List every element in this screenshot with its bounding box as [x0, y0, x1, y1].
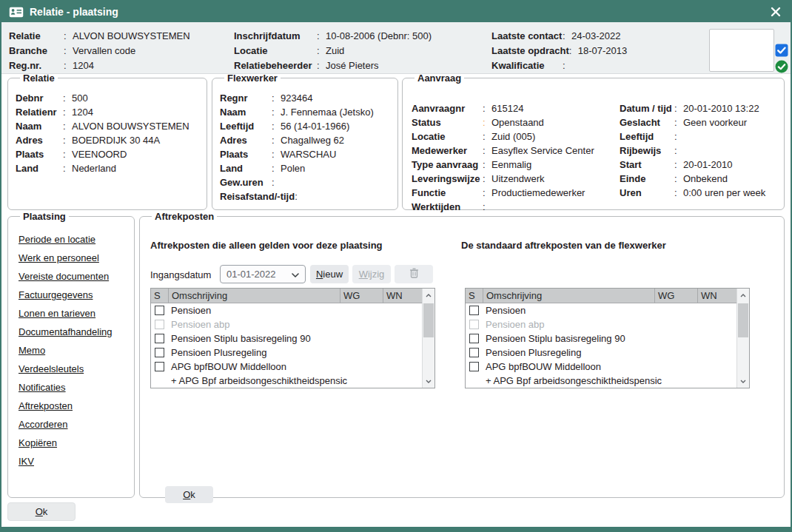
field-row: Leeftijd:: [620, 129, 765, 144]
field-row: Geslacht:Geen voorkeur: [620, 115, 765, 129]
field-row: Relatienr:1204: [16, 105, 201, 119]
scroll-down-icon[interactable]: [423, 375, 434, 387]
relatie-groupbox-title: Relatie: [20, 73, 58, 84]
field-row: Naam:J. Fennemaa (Jetsko): [220, 105, 392, 119]
sidebar-item-periode-en-locatie[interactable]: Periode en locatie: [19, 234, 95, 245]
row-checkbox[interactable]: [155, 362, 164, 371]
field-row: Gew.uren:: [220, 175, 392, 189]
field-row: Adres:BOEDRDIJK 30 44A: [16, 133, 201, 147]
field-row: Type aanvraag:Eenmalig: [412, 158, 594, 172]
table-header: S Omschrijving WG WN: [151, 289, 422, 303]
field-row: Naam:ALVON BOUWSYSTEMEN: [16, 119, 201, 133]
close-icon[interactable]: [770, 6, 782, 18]
aftrekposten-groupbox-title: Aftrekposten: [152, 211, 217, 222]
field-row: Rijbewijs:: [620, 144, 765, 158]
scrollbar-thumb[interactable]: [738, 303, 748, 337]
field-row: Reisafstand/-tijd:: [220, 189, 392, 203]
table-row[interactable]: Pensioen Plusregeling: [466, 346, 736, 360]
sidebar-item-documentafhandeling[interactable]: Documentafhandeling: [19, 326, 112, 337]
field-row: Plaats:VEENOORD: [16, 147, 201, 161]
default-deductions-title: De standaard aftrekposten van de flexwer…: [461, 240, 666, 251]
field-row: Datum / tijd:20-01-2010 13:22: [620, 101, 765, 115]
field-row: Debnr:500: [16, 91, 201, 105]
header-row: Laatste opdracht:18-07-2013: [491, 44, 627, 58]
sidebar-item-memo[interactable]: Memo: [19, 345, 45, 356]
table-row[interactable]: Pensioen abp: [151, 317, 422, 331]
header-row: Reg.nr.:1204: [9, 58, 190, 73]
table-row[interactable]: Pensioen Plusregeling: [151, 346, 422, 360]
row-checkbox[interactable]: [469, 348, 479, 357]
table-row[interactable]: Pensioen: [151, 303, 422, 317]
header-row: Kwalificatie:: [491, 58, 627, 73]
nieuw-button[interactable]: Nieuw: [310, 265, 349, 283]
aftrekposten-ok-button[interactable]: Ok: [165, 486, 213, 503]
dialog-ok-button[interactable]: Ok: [7, 502, 75, 521]
row-checkbox: [155, 320, 164, 329]
scroll-up-icon[interactable]: [423, 289, 434, 301]
field-row: Land:Nederland: [16, 161, 201, 175]
vertical-scrollbar[interactable]: [736, 289, 749, 388]
field-row: Regnr:923464: [220, 91, 392, 105]
row-checkbox: [469, 320, 479, 329]
contact-card-icon: [9, 7, 24, 18]
table-row[interactable]: Pensioen abp: [466, 317, 736, 331]
sidebar-item-kopieren[interactable]: Kopiëren: [19, 437, 57, 448]
table-row[interactable]: Pensioen Stiplu basisregeling 90: [151, 331, 422, 346]
field-row: Medewerker:Easyflex Service Center: [412, 144, 594, 158]
vertical-scrollbar[interactable]: [422, 289, 434, 388]
ingangsdatum-label: Ingangsdatum: [150, 269, 211, 280]
sidebar-item-accorderen[interactable]: Accorderen: [19, 419, 67, 430]
header-row: Laatste contact:24-03-2022: [491, 29, 627, 44]
aftrekposten-groupbox: Aftrekposten Aftrekposten die alleen gel…: [139, 211, 785, 498]
field-row: Locatie:Zuid (005): [412, 129, 594, 144]
sidebar-item-vereiste-documenten[interactable]: Vereiste documenten: [19, 271, 109, 282]
field-row: Functie:Productiemedewerker: [412, 186, 594, 200]
scroll-down-icon[interactable]: [737, 375, 749, 387]
header-row: Locatie:Zuid: [234, 44, 432, 58]
header-row: Relatiebeheerder:José Pieters: [234, 58, 432, 73]
ingangsdatum-select[interactable]: 01-01-2022: [220, 265, 306, 283]
window-bottom-strip: [1, 527, 791, 531]
sidebar-item-ikv[interactable]: IKV: [19, 456, 34, 467]
relation-summary-band: Relatie:ALVON BOUWSYSTEMEN Branche:Verva…: [1, 22, 791, 74]
table-row[interactable]: Pensioen Stiplu basisregeling 90: [466, 331, 736, 346]
field-row: Start:20-01-2010: [620, 158, 765, 172]
photo-placeholder: [709, 29, 774, 72]
sidebar-item-verdeelsleutels[interactable]: Verdeelsleutels: [19, 363, 84, 374]
plaatsing-groupbox-title: Plaatsing: [20, 211, 69, 222]
scrollbar-thumb[interactable]: [423, 303, 434, 337]
sidebar-item-lonen-en-tarieven[interactable]: Lonen en tarieven: [19, 308, 95, 319]
table-row[interactable]: APG bpfBOUW Middelloon: [151, 360, 422, 374]
table-header: S Omschrijving WG WN: [466, 289, 736, 303]
row-checkbox[interactable]: [155, 348, 164, 357]
green-check-icon[interactable]: [775, 60, 788, 73]
table-row[interactable]: Pensioen: [466, 303, 736, 317]
sidebar-item-werk-en-personeel[interactable]: Werk en personeel: [19, 252, 99, 263]
status-indicator: :: [483, 115, 491, 129]
sidebar-item-factuurgegevens[interactable]: Factuurgegevens: [19, 289, 93, 300]
wijzig-button[interactable]: Wijzig: [352, 265, 391, 283]
blue-checkbox-icon[interactable]: [775, 44, 788, 57]
aanvraag-groupbox: Aanvraag Aanvraagnr:615124 Status:Openst…: [402, 73, 785, 210]
flexwerker-groupbox-title: Flexwerker: [224, 73, 281, 84]
sidebar-item-notificaties[interactable]: Notificaties: [19, 382, 66, 393]
row-checkbox[interactable]: [469, 306, 479, 315]
relatie-plaatsing-window: Relatie - plaatsing Relatie:ALVON BOUWSY…: [0, 0, 792, 532]
sidebar-item-aftrekposten[interactable]: Aftrekposten: [19, 400, 73, 411]
scroll-up-icon[interactable]: [737, 289, 749, 301]
delete-button[interactable]: [395, 265, 433, 283]
table-row[interactable]: + APG Bpf arbeidsongeschiktheidspensic: [151, 374, 422, 388]
row-checkbox[interactable]: [469, 334, 479, 343]
header-row: Inschrijfdatum:10-08-2006 (Debnr: 500): [234, 29, 432, 44]
chevron-down-icon: [292, 269, 299, 280]
title-bar: Relatie - plaatsing: [1, 1, 791, 22]
window-title: Relatie - plaatsing: [30, 6, 118, 18]
field-row: Land:Polen: [220, 161, 392, 175]
row-checkbox[interactable]: [469, 362, 479, 371]
table-row[interactable]: + APG Bpf arbeidsongeschiktheidspensic: [466, 374, 736, 388]
placement-deductions-title: Aftrekposten die alleen gelden voor deze…: [150, 240, 383, 251]
row-checkbox[interactable]: [155, 306, 164, 315]
row-checkbox[interactable]: [155, 334, 164, 343]
relatie-groupbox: Relatie Debnr:500 Relatienr:1204 Naam:AL…: [7, 73, 207, 210]
table-row[interactable]: APG bpfBOUW Middelloon: [466, 360, 736, 374]
